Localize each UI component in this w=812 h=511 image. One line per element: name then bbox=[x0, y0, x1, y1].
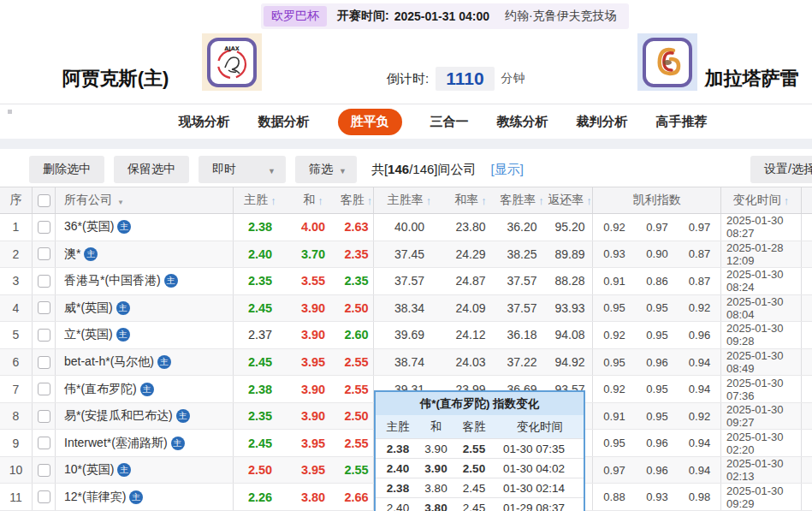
away-win-odds[interactable]: 2.35 bbox=[340, 241, 374, 268]
home-win-odds[interactable]: 2.50 bbox=[234, 457, 287, 484]
header-away-win-rate[interactable]: 客胜率 bbox=[496, 187, 548, 213]
odds-history-popup: 伟*(直布罗陀) 指数变化 主胜 和 客胜 变化时间 2.38 3.90 2.5… bbox=[374, 390, 585, 511]
home-win-odds[interactable]: 2.38 bbox=[234, 376, 287, 402]
company-cell[interactable]: Interwet*(塞浦路斯)主 bbox=[56, 430, 234, 456]
row-extra-sliver bbox=[802, 268, 812, 294]
away-win-odds[interactable]: 2.50 bbox=[340, 295, 374, 322]
draw-odds[interactable]: 3.95 bbox=[287, 430, 340, 456]
away-win-odds[interactable]: 2.60 bbox=[340, 322, 374, 348]
popup-draw-odds: 3.90 bbox=[420, 439, 452, 458]
row-checkbox[interactable] bbox=[38, 329, 50, 342]
draw-odds[interactable]: 3.90 bbox=[287, 295, 340, 322]
kelly-draw: 0.97 bbox=[636, 214, 679, 241]
analysis-tab-bar: 现场分析 数据分析 胜平负 三合一 教练分析 裁判分析 高手推荐 bbox=[0, 104, 812, 139]
analysis-tab[interactable]: 教练分析 bbox=[497, 114, 548, 130]
popup-home-odds: 2.38 bbox=[376, 439, 420, 458]
company-cell[interactable]: bet-at-h*(马尔他)主 bbox=[56, 349, 234, 376]
company-name: bet-at-h*(马尔他) bbox=[64, 354, 154, 370]
odds-table-row: 4 威*(英国)主 2.45 3.90 2.50 38.34 24.09 37.… bbox=[0, 295, 812, 323]
kelly-home: 0.95 bbox=[593, 295, 636, 322]
home-win-odds[interactable]: 2.26 bbox=[234, 484, 287, 510]
instant-odds-dropdown[interactable]: 即时 bbox=[199, 156, 286, 183]
home-win-rate: 38.34 bbox=[374, 295, 445, 322]
away-win-odds[interactable]: 2.55 bbox=[340, 457, 374, 484]
popup-home-odds: 2.40 bbox=[376, 459, 420, 478]
row-checkbox[interactable] bbox=[38, 356, 50, 369]
header-company[interactable]: 所有公司 bbox=[56, 187, 234, 213]
filter-dropdown[interactable]: 筛选 bbox=[295, 156, 357, 183]
company-cell[interactable]: 伟*(直布罗陀)主 bbox=[56, 376, 234, 402]
header-change-time[interactable]: 变化时间 bbox=[721, 187, 802, 213]
draw-odds[interactable]: 3.70 bbox=[287, 241, 340, 268]
draw-odds[interactable]: 3.90 bbox=[287, 376, 340, 402]
away-win-odds[interactable]: 2.35 bbox=[340, 268, 374, 294]
home-win-odds[interactable]: 2.38 bbox=[234, 214, 287, 241]
draw-odds[interactable]: 3.90 bbox=[287, 403, 340, 430]
kelly-home: 0.91 bbox=[593, 268, 636, 294]
away-win-odds[interactable]: 2.50 bbox=[340, 403, 374, 430]
keep-selected-button[interactable]: 保留选中 bbox=[114, 156, 189, 183]
company-cell[interactable]: 10*(英国)主 bbox=[56, 457, 234, 484]
row-checkbox[interactable] bbox=[38, 410, 50, 423]
draw-odds[interactable]: 3.95 bbox=[287, 349, 340, 376]
row-checkbox[interactable] bbox=[38, 221, 50, 234]
company-cell[interactable]: 12*(菲律宾)主 bbox=[56, 484, 234, 510]
main-company-badge-icon: 主 bbox=[117, 463, 131, 477]
analysis-tab[interactable]: 裁判分析 bbox=[577, 114, 628, 130]
row-checkbox[interactable] bbox=[38, 275, 50, 288]
home-win-odds[interactable]: 2.35 bbox=[234, 403, 287, 430]
header-draw[interactable]: 和 bbox=[287, 187, 340, 213]
company-cell[interactable]: 澳*主 bbox=[56, 241, 234, 268]
odds-toolbar: 删除选中 保留选中 即时 筛选 共[146/146]间公司 [显示] 设置/选择 bbox=[0, 149, 812, 187]
company-cell[interactable]: 易*(安提瓜和巴布达)主 bbox=[56, 403, 234, 430]
analysis-tab[interactable]: 现场分析 bbox=[179, 114, 230, 130]
home-win-odds[interactable]: 2.37 bbox=[234, 322, 287, 348]
header-payout-rate[interactable]: 返还率 bbox=[548, 187, 593, 213]
delete-selected-button[interactable]: 删除选中 bbox=[29, 156, 104, 183]
draw-odds[interactable]: 3.95 bbox=[287, 457, 340, 484]
kelly-draw: 0.95 bbox=[636, 403, 679, 430]
select-all-checkbox[interactable] bbox=[38, 194, 50, 207]
analysis-tab[interactable]: 高手推荐 bbox=[656, 114, 708, 130]
analysis-tab[interactable]: 数据分析 bbox=[258, 114, 310, 130]
draw-odds[interactable]: 3.80 bbox=[287, 484, 340, 510]
settings-select-button[interactable]: 设置/选择 bbox=[750, 156, 812, 183]
away-win-odds[interactable]: 2.63 bbox=[340, 214, 374, 241]
row-checkbox[interactable] bbox=[38, 247, 50, 260]
away-win-odds[interactable]: 2.55 bbox=[340, 430, 374, 456]
header-home-win-rate[interactable]: 主胜率 bbox=[374, 187, 445, 213]
company-name: 36*(英国) bbox=[64, 219, 114, 235]
header-away-win[interactable]: 客胜 bbox=[340, 187, 374, 213]
away-win-odds[interactable]: 2.55 bbox=[340, 349, 374, 376]
company-cell[interactable]: 香港马*(中国香港)主 bbox=[56, 268, 234, 294]
away-win-odds[interactable]: 2.55 bbox=[340, 376, 374, 402]
home-win-odds[interactable]: 2.45 bbox=[234, 349, 287, 376]
company-name: 立*(英国) bbox=[64, 327, 113, 342]
company-cell[interactable]: 36*(英国)主 bbox=[56, 214, 234, 241]
home-win-odds[interactable]: 2.35 bbox=[234, 268, 287, 294]
draw-odds[interactable]: 3.90 bbox=[287, 322, 340, 348]
show-hidden-link[interactable]: [显示] bbox=[491, 162, 524, 178]
row-checkbox[interactable] bbox=[38, 301, 50, 314]
draw-odds[interactable]: 4.00 bbox=[287, 214, 340, 241]
kelly-home: 0.88 bbox=[593, 484, 636, 510]
row-checkbox[interactable] bbox=[38, 383, 50, 395]
header-draw-rate[interactable]: 和率 bbox=[445, 187, 496, 213]
row-index: 11 bbox=[0, 484, 33, 510]
home-win-odds[interactable]: 2.45 bbox=[234, 295, 287, 322]
away-team-logo bbox=[637, 33, 697, 91]
draw-odds[interactable]: 3.55 bbox=[287, 268, 340, 294]
company-cell[interactable]: 威*(英国)主 bbox=[56, 295, 234, 322]
home-win-odds[interactable]: 2.45 bbox=[234, 430, 287, 456]
header-home-win[interactable]: 主胜 bbox=[234, 187, 287, 213]
row-checkbox[interactable] bbox=[38, 490, 50, 503]
kelly-draw: 0.95 bbox=[636, 376, 679, 402]
row-checkbox[interactable] bbox=[38, 464, 50, 477]
company-cell[interactable]: 立*(英国)主 bbox=[56, 322, 234, 348]
analysis-tab[interactable]: 三合一 bbox=[430, 114, 469, 130]
analysis-tab[interactable]: 胜平负 bbox=[338, 109, 402, 135]
home-win-odds[interactable]: 2.40 bbox=[234, 241, 287, 268]
away-win-odds[interactable]: 2.66 bbox=[340, 484, 374, 510]
row-checkbox-cell bbox=[33, 403, 56, 430]
row-checkbox[interactable] bbox=[38, 437, 50, 449]
